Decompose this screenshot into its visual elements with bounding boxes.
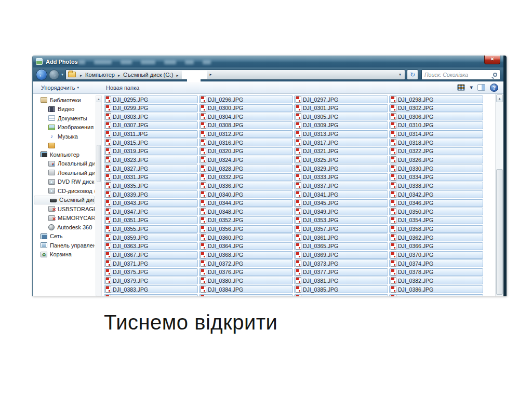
file-item[interactable]: DJI_0354.JPG [389, 216, 483, 224]
file-item[interactable]: DJI_0351.JPG [104, 216, 198, 224]
file-item[interactable]: DJI_0303.JPG [104, 113, 198, 120]
address-dropdown-icon[interactable]: ▾ [397, 72, 403, 77]
file-item[interactable]: DJI_0368.JPG [199, 251, 293, 259]
file-item-partial[interactable] [294, 294, 388, 296]
sidebar-item-компьютер[interactable]: Компьютер [33, 150, 95, 159]
sidebar-item-dvd-rw-дисков[interactable]: DVD RW дисков [33, 177, 95, 187]
sidebar-item-музыка[interactable]: ♪Музыка [33, 132, 95, 141]
file-item[interactable]: DJI_0341.JPG [294, 190, 388, 198]
file-item[interactable]: DJI_0310.JPG [389, 121, 483, 129]
file-item[interactable]: DJI_0336.JPG [199, 182, 293, 189]
file-item[interactable]: DJI_0327.JPG [104, 164, 198, 172]
file-item[interactable]: DJI_0319.JPG [104, 147, 198, 155]
file-item[interactable]: DJI_0296.JPG [199, 95, 293, 103]
sidebar-item-библиотеки[interactable]: Библиотеки [33, 95, 95, 105]
file-item[interactable]: DJI_0332.JPG [199, 173, 293, 181]
file-item[interactable]: DJI_0309.JPG [294, 121, 388, 129]
close-button[interactable]: ✕ [484, 56, 500, 64]
file-item[interactable]: DJI_0334.JPG [389, 173, 483, 181]
file-item[interactable]: DJI_0318.JPG [389, 139, 483, 146]
file-item[interactable]: DJI_0322.JPG [389, 147, 483, 155]
file-item[interactable]: DJI_0347.JPG [104, 208, 198, 215]
file-item[interactable]: DJI_0380.JPG [199, 277, 293, 284]
file-item[interactable]: DJI_0360.JPG [199, 234, 293, 241]
file-item[interactable]: DJI_0362.JPG [389, 234, 483, 241]
file-item[interactable]: DJI_0384.JPG [199, 285, 293, 293]
file-item[interactable]: DJI_0307.JPG [104, 121, 198, 129]
sidebar-scrollbar[interactable]: ▴ [96, 95, 102, 296]
file-item[interactable]: DJI_0381.JPG [294, 277, 388, 284]
file-item[interactable]: DJI_0370.JPG [389, 251, 483, 259]
sidebar-item-usbstorage[interactable]: USBSTORAGE ( [33, 204, 95, 214]
file-item[interactable]: DJI_0352.JPG [199, 216, 293, 224]
file-item[interactable]: DJI_0300.JPG [199, 104, 293, 112]
scroll-thumb[interactable] [496, 169, 503, 295]
file-item[interactable]: DJI_0375.JPG [104, 268, 198, 276]
title-bar[interactable]: Add Photos ✕ [33, 56, 503, 67]
sidebar-item-панель-управлен[interactable]: Панель управлен [33, 241, 95, 250]
file-item[interactable]: DJI_0316.JPG [199, 139, 293, 146]
breadcrumb-item[interactable]: Компьютер [85, 72, 115, 78]
file-item[interactable]: DJI_0325.JPG [294, 156, 388, 163]
file-item[interactable]: DJI_0315.JPG [104, 139, 198, 146]
file-item[interactable]: DJI_0371.JPG [104, 259, 198, 267]
sidebar-item-cd-дисковод-f[interactable]: CD-дисковод (F [33, 186, 95, 196]
organize-button[interactable]: Упорядочить ▾ [38, 84, 82, 92]
file-item[interactable]: DJI_0312.JPG [199, 130, 293, 138]
file-item-partial[interactable] [199, 294, 293, 296]
refresh-button[interactable]: ↻ [407, 70, 418, 80]
file-item[interactable]: DJI_0373.JPG [294, 259, 388, 267]
help-icon[interactable]: ? [490, 84, 498, 92]
sidebar-scroll-up-icon[interactable]: ▴ [96, 95, 101, 102]
file-item[interactable]: DJI_0356.JPG [199, 225, 293, 233]
file-item[interactable]: DJI_0321.JPG [294, 147, 388, 155]
file-item[interactable]: DJI_0329.JPG [294, 164, 388, 172]
sidebar-item-корзина[interactable]: ♻Корзина [33, 250, 95, 259]
file-item[interactable]: DJI_0317.JPG [294, 139, 388, 146]
file-item[interactable]: DJI_0305.JPG [294, 113, 388, 120]
file-item[interactable]: DJI_0361.JPG [294, 234, 388, 241]
file-item-partial[interactable] [389, 294, 483, 296]
scroll-up-icon[interactable]: ▴ [496, 94, 503, 102]
change-view-icon[interactable] [457, 84, 465, 91]
file-item[interactable]: DJI_0382.JPG [389, 277, 483, 284]
file-item[interactable]: DJI_0367.JPG [104, 251, 198, 259]
sidebar-item-сеть[interactable]: Сеть [33, 232, 95, 241]
file-item[interactable]: DJI_0333.JPG [294, 173, 388, 181]
file-item[interactable]: DJI_0359.JPG [104, 234, 198, 241]
breadcrumb[interactable]: ▸Компьютер▸Съемный диск (G:)▸ ▸ ▾ [65, 70, 405, 80]
file-item[interactable]: DJI_0330.JPG [389, 164, 483, 172]
file-item[interactable]: DJI_0324.JPG [199, 156, 293, 163]
file-item[interactable]: DJI_0357.JPG [294, 225, 388, 233]
file-item[interactable]: DJI_0340.JPG [199, 190, 293, 198]
file-item[interactable]: DJI_0358.JPG [389, 225, 483, 233]
file-item[interactable]: DJI_0314.JPG [389, 130, 483, 138]
file-list-scrollbar[interactable]: ▴ [495, 94, 503, 296]
back-button[interactable]: ← [36, 69, 47, 80]
file-item[interactable]: DJI_0364.JPG [199, 242, 293, 250]
file-item[interactable]: DJI_0320.JPG [199, 147, 293, 155]
file-item-partial[interactable] [104, 294, 198, 296]
file-item[interactable]: DJI_0323.JPG [104, 156, 198, 163]
file-item[interactable]: DJI_0338.JPG [389, 182, 483, 189]
file-item[interactable]: DJI_0372.JPG [199, 259, 293, 267]
search-input[interactable] [424, 72, 493, 78]
file-item[interactable]: DJI_0344.JPG [199, 199, 293, 207]
file-item[interactable]: DJI_0304.JPG [199, 113, 293, 120]
recent-pages-chevron-icon[interactable]: ▾ [61, 72, 63, 77]
file-item[interactable]: DJI_0297.JPG [294, 95, 388, 103]
file-item[interactable]: DJI_0328.JPG [199, 164, 293, 172]
sidebar-item-autodesk-360[interactable]: Autodesk 360 [33, 223, 95, 232]
file-item[interactable]: DJI_0306.JPG [389, 113, 483, 120]
sidebar-item-локальный-дис[interactable]: Локальный дис [33, 159, 95, 169]
file-item[interactable]: DJI_0298.JPG [389, 95, 483, 103]
file-item[interactable]: DJI_0313.JPG [294, 130, 388, 138]
file-item[interactable]: DJI_0369.JPG [294, 251, 388, 259]
file-item[interactable]: DJI_0379.JPG [104, 277, 198, 284]
file-item[interactable]: DJI_0343.JPG [104, 199, 198, 207]
file-item[interactable]: DJI_0349.JPG [294, 208, 388, 215]
file-item[interactable]: DJI_0295.JPG [104, 95, 198, 103]
file-item[interactable]: DJI_0353.JPG [294, 216, 388, 224]
sidebar-scroll-thumb[interactable] [97, 145, 101, 182]
file-item[interactable]: DJI_0301.JPG [294, 104, 388, 112]
